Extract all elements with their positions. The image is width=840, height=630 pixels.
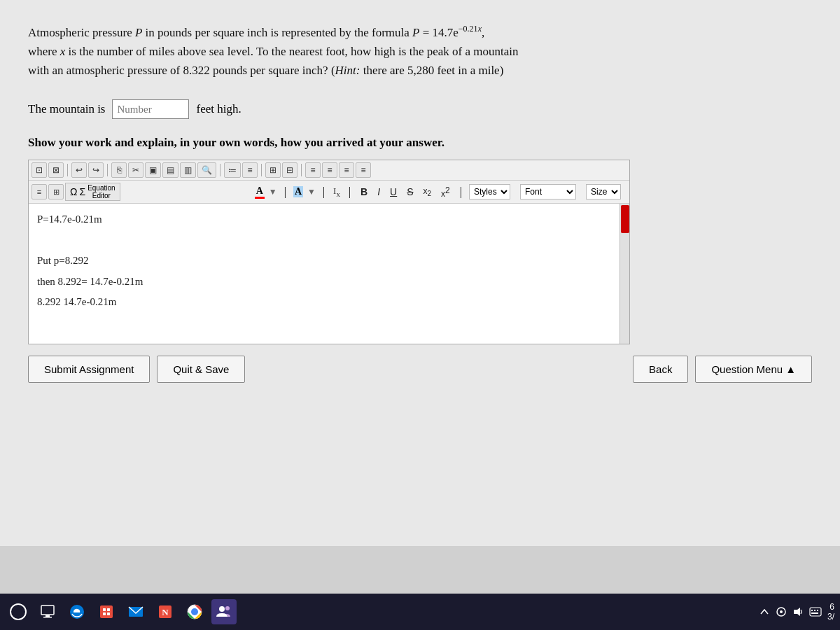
editor-line4: then 8.292= 14.7e-0.21m bbox=[37, 273, 621, 291]
scrollbar-thumb[interactable] bbox=[621, 205, 629, 233]
omega-icon: Ω bbox=[70, 186, 77, 197]
sigma-icon: Σ bbox=[79, 186, 85, 197]
expand-btn[interactable]: ⊠ bbox=[48, 162, 64, 178]
q-line2-prefix: where bbox=[28, 45, 60, 58]
align-justify-btn[interactable]: ≡ bbox=[356, 162, 371, 178]
back-btn[interactable]: Back bbox=[633, 356, 688, 383]
underline-btn[interactable]: U bbox=[387, 185, 400, 199]
separator3 bbox=[220, 164, 220, 176]
svg-rect-19 bbox=[810, 608, 821, 616]
styles-select[interactable]: Styles bbox=[469, 184, 510, 200]
paste-btn2[interactable]: ▤ bbox=[162, 162, 178, 178]
align-right-btn[interactable]: ≡ bbox=[339, 162, 354, 178]
taskbar-desktop-btn[interactable] bbox=[35, 599, 60, 624]
clear-format-btn[interactable]: Ix bbox=[332, 186, 342, 198]
quit-save-btn[interactable]: Quit & Save bbox=[157, 356, 245, 383]
time-display: 6 bbox=[827, 602, 834, 612]
indent-btn1[interactable]: ⊞ bbox=[265, 162, 281, 178]
separator1 bbox=[67, 164, 68, 176]
editor-line2 bbox=[37, 232, 621, 250]
svg-rect-20 bbox=[811, 610, 813, 611]
italic-btn[interactable]: I bbox=[374, 185, 383, 199]
svg-point-15 bbox=[225, 606, 230, 610]
network-icon[interactable] bbox=[776, 606, 787, 617]
taskbar-teams-btn[interactable] bbox=[211, 599, 237, 624]
separator-format3: | bbox=[349, 186, 351, 198]
svg-point-13 bbox=[191, 608, 198, 615]
separator5 bbox=[301, 164, 302, 176]
app1-icon: N bbox=[157, 603, 174, 620]
editor-line5: 8.292 14.7e-0.21m bbox=[37, 293, 621, 312]
equation-editor-btn[interactable]: Ω Σ EquationEditor bbox=[65, 183, 120, 201]
align-left-btn[interactable]: ≡ bbox=[305, 162, 321, 178]
svg-rect-1 bbox=[46, 615, 50, 617]
superscript-btn[interactable]: x2 bbox=[438, 184, 453, 200]
redo-btn[interactable]: ↪ bbox=[88, 162, 104, 178]
taskbar-edge-btn[interactable] bbox=[64, 599, 90, 624]
taskbar-pin1-icon bbox=[98, 603, 115, 620]
separator-format2: | bbox=[323, 186, 325, 198]
copy-btn[interactable]: ⎘ bbox=[111, 162, 127, 178]
separator-format1: | bbox=[284, 186, 286, 198]
list-indent-btn[interactable]: ≡ bbox=[31, 184, 47, 200]
list-btn2[interactable]: ≡ bbox=[242, 162, 258, 178]
resize-btn[interactable]: ⊡ bbox=[31, 162, 47, 178]
number-input[interactable] bbox=[112, 99, 189, 119]
svg-rect-7 bbox=[103, 612, 106, 615]
svg-marker-18 bbox=[794, 608, 800, 616]
cut-btn[interactable]: ✂ bbox=[128, 162, 144, 178]
editor-area[interactable]: P=14.7e-0.21m Put p=8.292 then 8.292= 14… bbox=[29, 204, 629, 344]
action-bar: Submit Assignment Quit & Save Back Quest… bbox=[28, 344, 812, 391]
question-menu-label: Question Menu bbox=[711, 363, 783, 375]
taskbar: N bbox=[0, 594, 840, 630]
editor-line3: Put p=8.292 bbox=[37, 252, 621, 270]
format-tools: A ▼ | A ▼ | Ix | B I U S x2 x2 | Styles bbox=[255, 184, 626, 200]
svg-point-14 bbox=[219, 606, 225, 612]
svg-rect-4 bbox=[100, 606, 113, 618]
font-color-dropdown[interactable]: ▼ bbox=[269, 187, 277, 197]
paste-btn3[interactable]: ▥ bbox=[180, 162, 196, 178]
list-btn1[interactable]: ≔ bbox=[224, 162, 241, 178]
strikethrough-btn[interactable]: S bbox=[404, 185, 416, 199]
styles-dropdown-group: Styles bbox=[469, 184, 510, 200]
svg-rect-0 bbox=[41, 606, 54, 615]
font-bg-btn[interactable]: A bbox=[293, 186, 303, 197]
question-menu-arrow: ▲ bbox=[785, 363, 796, 375]
subscript-btn[interactable]: x2 bbox=[421, 185, 435, 199]
submit-assignment-btn[interactable]: Submit Assignment bbox=[28, 356, 150, 383]
q-text-part1: Atmospheric pressure bbox=[28, 26, 135, 39]
taskbar-app1-btn[interactable]: N bbox=[153, 599, 178, 624]
editor-area-wrapper: P=14.7e-0.21m Put p=8.292 then 8.292= 14… bbox=[29, 204, 629, 344]
taskbar-right: 6 3/ bbox=[759, 602, 834, 622]
fill-in-suffix: feet high. bbox=[196, 102, 241, 116]
size-select[interactable]: Size bbox=[586, 184, 621, 200]
font-bg-dropdown[interactable]: ▼ bbox=[307, 187, 316, 197]
font-color-btn[interactable]: A bbox=[255, 186, 265, 199]
taskbar-pin1-btn[interactable] bbox=[94, 599, 119, 624]
find-btn[interactable]: 🔍 bbox=[197, 162, 216, 178]
chevron-up-icon[interactable] bbox=[759, 606, 770, 617]
taskbar-start-btn[interactable] bbox=[6, 599, 31, 624]
keyboard-icon[interactable] bbox=[809, 606, 822, 617]
editor-scrollbar[interactable] bbox=[620, 204, 629, 344]
toolbar-row2: ≡ ⊞ Ω Σ EquationEditor A ▼ | A ▼ | Ix | … bbox=[29, 181, 629, 204]
q-var-P: P bbox=[135, 26, 142, 39]
grid-btn[interactable]: ⊞ bbox=[48, 184, 64, 200]
indent-btn2[interactable]: ⊟ bbox=[282, 162, 298, 178]
align-center-btn[interactable]: ≡ bbox=[322, 162, 337, 178]
undo-btn[interactable]: ↩ bbox=[71, 162, 87, 178]
svg-rect-6 bbox=[107, 608, 110, 611]
mail-icon bbox=[127, 603, 144, 620]
size-dropdown-group: Size bbox=[586, 184, 621, 200]
paste-btn1[interactable]: ▣ bbox=[145, 162, 161, 178]
bold-btn[interactable]: B bbox=[358, 185, 370, 199]
font-dropdown-group: Font bbox=[520, 184, 576, 200]
volume-icon[interactable] bbox=[792, 606, 804, 617]
separator-format4: | bbox=[460, 186, 462, 198]
chrome-icon bbox=[186, 603, 204, 621]
taskbar-chrome-btn[interactable] bbox=[182, 599, 207, 624]
taskbar-mail-btn[interactable] bbox=[123, 599, 148, 624]
font-select[interactable]: Font bbox=[520, 184, 576, 200]
main-content: Atmospheric pressure P in pounds per squ… bbox=[0, 0, 840, 546]
question-menu-btn[interactable]: Question Menu ▲ bbox=[695, 356, 812, 383]
